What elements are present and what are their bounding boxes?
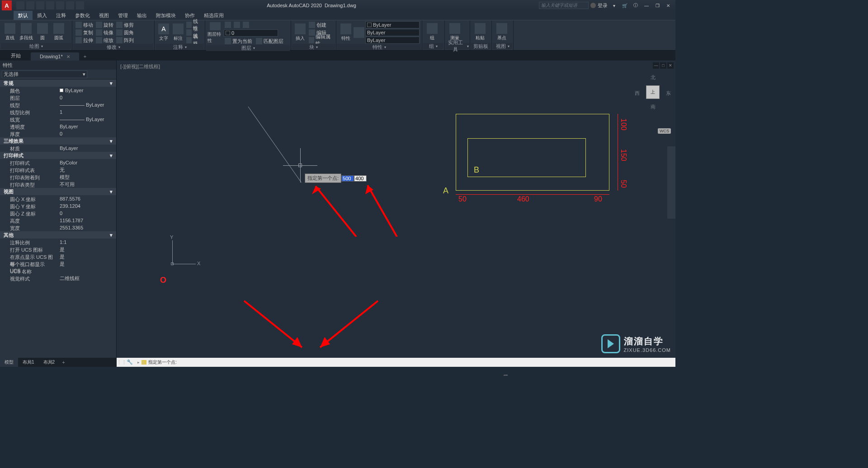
prop-row[interactable]: UCS 名称 — [0, 267, 116, 275]
vp-min-icon[interactable]: — — [653, 62, 659, 69]
tab-view[interactable]: 视图 — [94, 11, 113, 20]
paste-button[interactable]: 粘贴 — [472, 21, 488, 43]
prop-row[interactable]: 透明度ByLayer — [0, 123, 116, 130]
tab-layout2[interactable]: 布局2 — [39, 358, 60, 367]
prop-value[interactable]: 0 — [58, 210, 116, 217]
qat-saveas-icon[interactable] — [46, 1, 54, 9]
basepoint-button[interactable]: 基点 — [494, 21, 509, 43]
close-icon[interactable]: ✕ — [664, 2, 673, 9]
qat-open-icon[interactable] — [26, 1, 34, 9]
prop-section-header[interactable]: 三维效果▾ — [0, 137, 116, 145]
viewcube[interactable]: 北 东 南 西 上 — [635, 74, 671, 110]
app-logo[interactable]: A — [2, 0, 12, 10]
file-tab-drawing1[interactable]: Drawing1*✕ — [31, 52, 79, 61]
prop-value[interactable]: ByLayer — [58, 123, 116, 130]
prop-row[interactable]: 每个视口都显示 UCS是 — [0, 260, 116, 267]
prop-row[interactable]: 高度1156.1787 — [0, 217, 116, 224]
prop-row[interactable]: 线宽————— ByLayer — [0, 116, 116, 123]
tab-add-button[interactable]: + — [80, 52, 90, 61]
prop-value[interactable]: 1:1 — [58, 239, 116, 246]
tab-model[interactable]: 模型 — [0, 358, 18, 367]
drawing-canvas[interactable]: [-][俯视][二维线框] — □ ✕ X Y O 指定第一个点: 500 40… — [117, 61, 675, 358]
start-tab[interactable]: 开始 — [2, 51, 30, 61]
tab-parametric[interactable]: 参数化 — [71, 11, 94, 20]
qat-undo-icon[interactable] — [66, 1, 74, 9]
prop-value[interactable]: 1 — [58, 108, 116, 116]
dimension-button[interactable]: 标注 — [171, 22, 185, 43]
trim-button[interactable]: 修剪 — [115, 21, 135, 28]
prop-row[interactable]: 材质ByLayer — [0, 145, 116, 152]
prop-value[interactable]: ByLayer — [58, 145, 116, 152]
tab-default[interactable]: 默认 — [14, 11, 33, 20]
layer-current-button[interactable]: 置为当前 — [224, 37, 253, 45]
match-button[interactable] — [354, 22, 364, 43]
prop-row[interactable]: 线型————— ByLayer — [0, 101, 116, 108]
prop-value[interactable]: ————— ByLayer — [58, 116, 116, 123]
polyline-button[interactable]: 多段线 — [19, 21, 34, 43]
prop-row[interactable]: 线型比例1 — [0, 108, 116, 116]
tab-output[interactable]: 输出 — [132, 11, 151, 20]
prop-value[interactable]: 无 — [58, 166, 116, 173]
prop-value[interactable]: 是 — [58, 246, 116, 253]
selection-dropdown[interactable]: 无选择▾ — [2, 70, 87, 78]
viewcube-top[interactable]: 上 — [646, 85, 660, 99]
prop-row[interactable]: 打印表类型不可用 — [0, 181, 116, 188]
dyn-x-input[interactable]: 500 — [341, 175, 354, 182]
fillet-button[interactable]: 圆角 — [115, 29, 135, 36]
search-input[interactable]: 输入关键字或短语 — [539, 2, 589, 9]
cmd-handle-icon[interactable]: ⋮⋮ — [117, 360, 125, 365]
prop-value[interactable]: ByColor — [58, 159, 116, 166]
color-dropdown[interactable]: ByLayer — [365, 21, 420, 28]
prop-section-header[interactable]: 打印样式▾ — [0, 152, 116, 159]
props-tool2[interactable] — [98, 71, 105, 78]
layout-add-button[interactable]: + — [59, 358, 67, 366]
layer-btn3[interactable] — [242, 21, 250, 28]
dyn-y-input[interactable]: 400 — [354, 175, 367, 182]
qat-new-icon[interactable] — [16, 1, 24, 9]
prop-row[interactable]: 打开 UCS 图标是 — [0, 246, 116, 253]
wcs-badge[interactable]: WCS — [658, 128, 671, 134]
prop-row[interactable]: 圆心 Y 坐标239.1204 — [0, 202, 116, 210]
prop-row[interactable]: 打印表附着到模型 — [0, 173, 116, 181]
arc-button[interactable]: 圆弧 — [51, 21, 66, 43]
move-button[interactable]: 移动 — [75, 21, 94, 28]
prop-value[interactable]: 239.1204 — [58, 202, 116, 210]
prop-row[interactable]: 厚度0 — [0, 130, 116, 137]
tab-annotate[interactable]: 注释 — [52, 11, 71, 20]
restore-icon[interactable]: ❐ — [653, 2, 662, 9]
prop-row[interactable]: 圆心 X 坐标887.5576 — [0, 195, 116, 202]
linetype-dropdown[interactable]: ByLayer — [365, 37, 420, 44]
stretch-button[interactable]: 拉伸 — [75, 37, 94, 44]
mirror-button[interactable]: 镜像 — [95, 29, 114, 36]
vp-max-icon[interactable]: □ — [660, 62, 666, 69]
editattr-button[interactable]: 编辑属性 — [308, 37, 334, 44]
tab-insert[interactable]: 插入 — [33, 11, 52, 20]
prop-value[interactable]: 模型 — [58, 173, 116, 181]
prop-value[interactable]: 0 — [58, 94, 116, 101]
prop-value[interactable]: 不可用 — [58, 181, 116, 188]
prop-value[interactable]: 二维线框 — [58, 275, 116, 282]
prop-row[interactable]: 视觉样式二维线框 — [0, 275, 116, 282]
prop-section-header[interactable]: 其他▾ — [0, 231, 116, 239]
layer-btn2[interactable] — [233, 21, 241, 28]
prop-value[interactable]: 1156.1787 — [58, 217, 116, 224]
nav-bar[interactable] — [667, 146, 675, 219]
prop-value[interactable]: 2551.3365 — [58, 224, 116, 231]
props-tool1[interactable] — [89, 71, 96, 78]
insert-block-button[interactable]: 插入 — [293, 22, 307, 43]
help-icon[interactable]: ▾ — [609, 2, 618, 9]
qat-save-icon[interactable] — [36, 1, 44, 9]
layer-match-button[interactable]: 匹配图层 — [255, 37, 284, 45]
create-block-button[interactable]: 创建 — [308, 21, 334, 28]
rotate-button[interactable]: 旋转 — [95, 21, 114, 28]
prop-row[interactable]: 颜色ByLayer — [0, 87, 116, 94]
group-button[interactable]: 组 — [425, 21, 440, 43]
layer-dropdown[interactable]: 0 — [224, 29, 278, 37]
text-button[interactable]: A文字 — [157, 22, 170, 43]
prop-value[interactable]: 0 — [58, 130, 116, 137]
tab-featured[interactable]: 精选应用 — [199, 11, 228, 20]
tab-close-icon[interactable]: ✕ — [66, 54, 70, 59]
prop-value[interactable]: ByLayer — [58, 87, 116, 94]
qat-plot-icon[interactable] — [56, 1, 64, 9]
user-login[interactable]: 登录 — [590, 2, 608, 9]
